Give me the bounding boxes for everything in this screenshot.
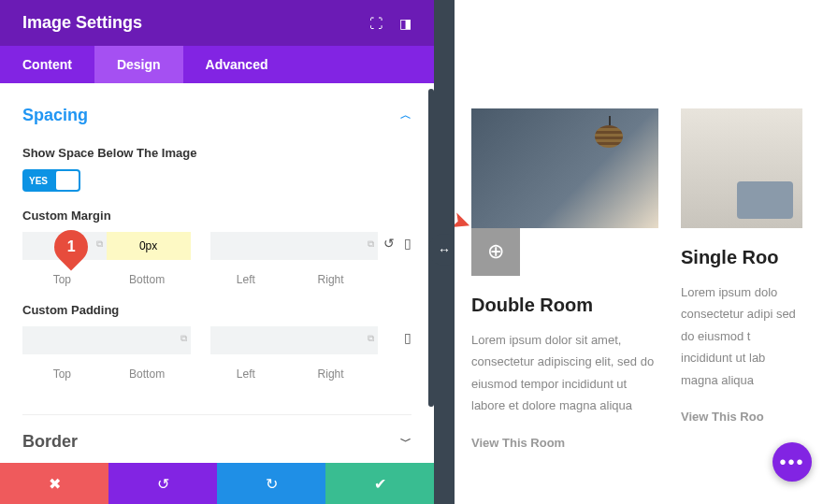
chandelier-graphic (587, 116, 630, 153)
view-room-link[interactable]: View This Roo (681, 410, 802, 424)
save-button[interactable]: ✔ (325, 463, 434, 504)
link-icon[interactable]: ⧉ (96, 238, 103, 250)
room-image (681, 108, 802, 228)
panel-header: Image Settings ⛶ ◨ (0, 0, 434, 46)
room-image (471, 108, 658, 228)
card-double-room: ⊕ Double Room Lorem ipsum dolor sit amet… (471, 108, 658, 504)
panel-title: Image Settings (22, 13, 142, 33)
undo-button[interactable]: ↺ (108, 463, 217, 504)
device-icon[interactable]: ▯ (404, 330, 412, 345)
custom-padding-label: Custom Padding (22, 303, 412, 317)
close-button[interactable]: ✖ (0, 463, 108, 504)
sofa-graphic (737, 181, 793, 219)
card-title: Single Roo (681, 247, 802, 268)
spacing-header[interactable]: Spacing ︿ (22, 102, 412, 129)
card-title: Double Room (471, 295, 658, 316)
preview-area: ➤ ⊕ Double Room Lorem ipsum dolor sit am… (455, 0, 823, 504)
cap-right: Right (318, 273, 344, 286)
add-module-button[interactable]: ⊕ (471, 227, 520, 276)
callout-marker: 1 (54, 230, 88, 264)
link-icon[interactable]: ⧉ (180, 333, 187, 344)
padding-row: ⧉ ⧉ ↺ ▯ (22, 326, 412, 354)
tabs: Content Design Advanced (0, 46, 434, 83)
padding-left-input[interactable] (210, 326, 295, 354)
device-icon[interactable]: ▯ (404, 236, 412, 251)
show-space-toggle[interactable]: YES (22, 169, 80, 192)
tab-advanced[interactable]: Advanced (183, 46, 291, 83)
card-body: Lorem ipsum dolo consectetur adipi sed d… (681, 281, 802, 391)
reset-icon[interactable]: ↺ (383, 236, 395, 251)
border-section: Border ﹀ (22, 414, 412, 455)
spacing-title: Spacing (22, 106, 88, 125)
margin-bottom-input[interactable] (107, 232, 191, 260)
expand-icon[interactable]: ⛶ (369, 16, 383, 31)
view-room-link[interactable]: View This Room (471, 436, 658, 450)
fab-menu-button[interactable]: ••• (772, 442, 812, 482)
custom-margin-label: Custom Margin (22, 209, 412, 223)
padding-right-input[interactable] (294, 326, 378, 354)
cap-bottom: Bottom (129, 273, 165, 286)
cap-left: Left (237, 273, 255, 286)
redo-button[interactable]: ↻ (217, 463, 325, 504)
tab-content[interactable]: Content (0, 46, 94, 83)
padding-bottom-input[interactable] (107, 326, 191, 354)
chevron-up-icon: ︿ (400, 108, 412, 123)
header-actions: ⛶ ◨ (369, 16, 412, 31)
margin-left-input[interactable] (210, 232, 295, 260)
link-icon[interactable]: ⧉ (368, 333, 374, 344)
link-icon[interactable]: ⧉ (368, 238, 374, 250)
margin-right-input[interactable] (294, 232, 378, 260)
settings-panel: Image Settings ⛶ ◨ Content Design Advanc… (0, 0, 434, 504)
show-space-label: Show Space Below The Image (22, 146, 412, 160)
layout-icon[interactable]: ◨ (399, 16, 412, 31)
panel-body: Spacing ︿ Show Space Below The Image YES… (0, 83, 434, 463)
padding-top-input[interactable] (22, 326, 107, 354)
border-title: Border (22, 432, 78, 452)
cap-top: Top (53, 273, 71, 286)
border-header[interactable]: Border ﹀ (22, 428, 412, 455)
toggle-value: YES (29, 176, 48, 186)
card-body: Lorem ipsum dolor sit amet, consectetur … (471, 329, 658, 417)
resize-divider[interactable]: ↔ (434, 0, 455, 504)
toggle-knob (56, 171, 79, 190)
tab-design[interactable]: Design (94, 46, 183, 83)
chevron-down-icon: ﹀ (400, 434, 412, 450)
panel-footer: ✖ ↺ ↻ ✔ (0, 463, 434, 504)
